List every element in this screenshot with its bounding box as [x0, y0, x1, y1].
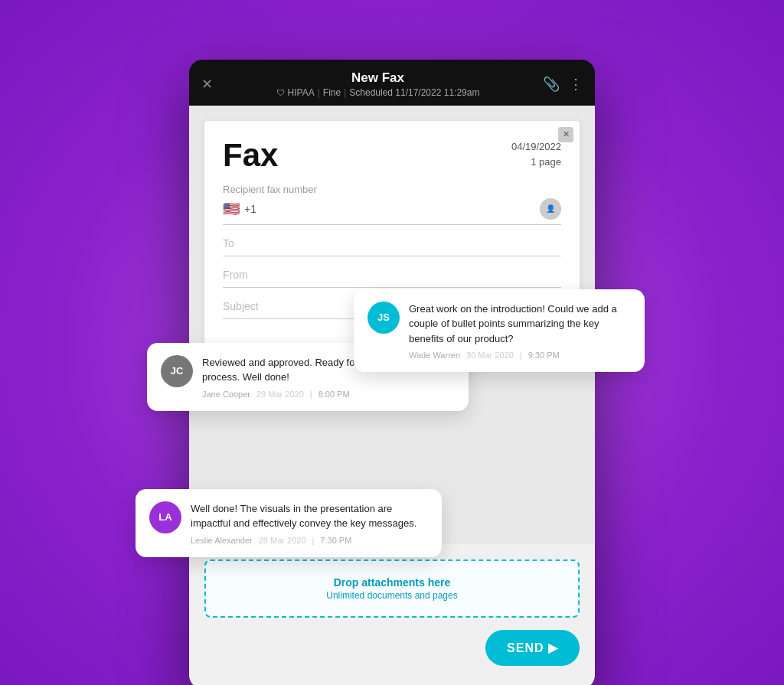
avatar-jc: JC [161, 355, 193, 387]
header-subtitle: 🛡 HIPAA | Fine | Scheduled 11/17/2022 11… [213, 87, 543, 98]
comment-card-la: LA Well done! The visuals in the present… [136, 489, 442, 557]
fax-title: Fax [223, 139, 278, 171]
fine-label[interactable]: Fine [323, 87, 341, 98]
flag-icon: 🇺🇸 [223, 201, 240, 217]
fax-header-row: Fax 04/19/2022 1 page [223, 139, 561, 171]
comment-time-jc: 8:00 PM [318, 390, 350, 399]
comment-body-js: Great work on the introduction! Could we… [409, 302, 631, 360]
to-field: To [223, 236, 561, 256]
bottom-area: Drop attachments here Unlimited document… [189, 544, 595, 686]
fax-pages: 1 page [511, 155, 561, 171]
comment-meta-la: Leslie Alexander 28 Mar 2020 | 7:30 PM [191, 536, 428, 545]
contact-icon[interactable]: 👤 [540, 198, 561, 220]
comment-sep-jc: 29 Mar 2020 [256, 390, 304, 399]
avatar-js: JS [368, 302, 400, 334]
scheduled-label[interactable]: Scheduled 11/17/2022 11:29am [349, 87, 479, 98]
fax-meta: 04/19/2022 1 page [511, 139, 561, 171]
comment-pipe-jc: | [310, 390, 312, 399]
send-button[interactable]: SEND ▶ [485, 630, 580, 666]
scene-wrapper: ✕ New Fax 🛡 HIPAA | Fine | Scheduled 11/… [124, 44, 660, 641]
to-input[interactable]: To [223, 236, 561, 251]
comment-meta-js: Wade Warren 30 Mar 2020 | 9:30 PM [409, 351, 631, 360]
separator-1: | [318, 87, 320, 98]
window-header: ✕ New Fax 🛡 HIPAA | Fine | Scheduled 11/… [189, 60, 595, 106]
comment-sep-la: 28 Mar 2020 [259, 536, 306, 545]
comment-pipe-la: | [312, 536, 315, 545]
comment-card-js: JS Great work on the introduction! Could… [354, 289, 645, 373]
recipient-row: 🇺🇸 +1 👤 [223, 198, 561, 225]
drop-zone[interactable]: Drop attachments here Unlimited document… [204, 559, 580, 618]
close-button[interactable]: ✕ [201, 76, 213, 93]
comment-author-la: Leslie Alexander [191, 536, 253, 545]
hipaa-label[interactable]: HIPAA [288, 87, 315, 98]
from-field: From [223, 267, 561, 288]
recipient-field: Recipient fax number 🇺🇸 +1 👤 [223, 184, 561, 225]
comment-sep-js: 30 Mar 2020 [466, 351, 514, 360]
to-row: To [223, 236, 561, 256]
drop-zone-title: Drop attachments here [221, 576, 563, 589]
from-row: From [223, 267, 561, 288]
comment-author-js: Wade Warren [409, 351, 460, 360]
fax-close-button[interactable]: ✕ [558, 127, 573, 142]
more-icon[interactable]: ⋮ [569, 76, 583, 93]
from-input[interactable]: From [223, 267, 561, 282]
window-title: New Fax [213, 70, 543, 86]
comment-meta-jc: Jane Cooper 29 Mar 2020 | 8:00 PM [202, 390, 455, 399]
drop-zone-subtitle: Unlimited documents and pages [221, 590, 563, 601]
fax-date: 04/19/2022 [511, 139, 561, 155]
header-center: New Fax 🛡 HIPAA | Fine | Scheduled 11/17… [213, 70, 543, 98]
separator-2: | [344, 87, 346, 98]
comment-text-la: Well done! The visuals in the presentati… [191, 501, 428, 531]
comment-time-la: 7:30 PM [320, 536, 351, 545]
shield-icon: 🛡 [276, 88, 285, 97]
attach-icon[interactable]: 📎 [543, 76, 560, 93]
header-right: 📎 ⋮ [543, 76, 583, 93]
phone-input[interactable]: +1 [244, 201, 535, 217]
comment-text-js: Great work on the introduction! Could we… [409, 302, 631, 347]
comment-pipe-js: | [520, 351, 522, 360]
comment-time-js: 9:30 PM [528, 351, 560, 360]
comment-body-la: Well done! The visuals in the presentati… [191, 501, 428, 545]
avatar-la: LA [149, 501, 181, 533]
comment-author-jc: Jane Cooper [202, 390, 250, 399]
recipient-label: Recipient fax number [223, 184, 561, 195]
